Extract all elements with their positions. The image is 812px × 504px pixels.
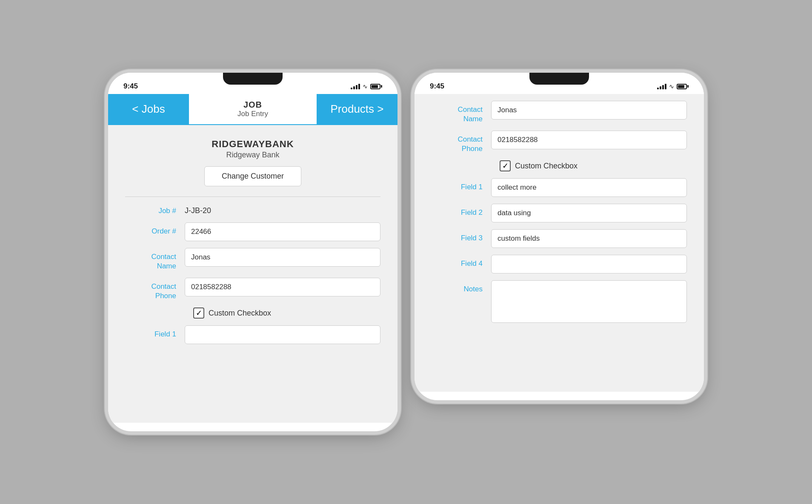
wifi-icon: ∿ <box>363 83 368 90</box>
time-2: 9:45 <box>430 82 444 91</box>
status-icons-1: ∿ <box>351 83 382 90</box>
field3-row: Field 3 <box>432 229 687 248</box>
field1-label-2: Field 1 <box>432 178 491 192</box>
notes-label: Notes <box>432 280 491 294</box>
contact-name-input-1[interactable] <box>185 248 380 267</box>
contact-phone-row-1: ContactPhone <box>125 278 380 301</box>
header-center: JOB Job Entry <box>189 94 317 124</box>
field4-row: Field 4 <box>432 255 687 273</box>
custom-checkbox-2[interactable]: ✓ <box>500 160 511 171</box>
phone-notch-2 <box>525 73 593 85</box>
customer-code: RIDGEWAYBANK <box>125 139 380 150</box>
jobs-back-button[interactable]: < Jobs <box>108 94 189 124</box>
custom-checkbox-row-1: ✓ Custom Checkbox <box>125 308 380 319</box>
field4-input[interactable] <box>491 255 687 273</box>
notes-row: Notes <box>432 280 687 323</box>
notes-textarea[interactable] <box>491 280 687 323</box>
phone-1: 9:45 ∿ <box>108 73 397 431</box>
field3-label: Field 3 <box>432 229 491 243</box>
contact-name-row-2: ContactName <box>432 101 687 124</box>
job-number-value: J-JB-20 <box>185 202 211 215</box>
header-title-bottom: Job Entry <box>237 110 268 118</box>
customer-name: Ridgeway Bank <box>125 151 380 159</box>
custom-checkbox-label-2: Custom Checkbox <box>515 162 578 171</box>
contact-name-row-1: ContactName <box>125 248 380 271</box>
contact-phone-input-1[interactable] <box>185 278 380 296</box>
field1-input-2[interactable] <box>491 178 687 197</box>
contact-phone-label-2: ContactPhone <box>432 131 491 154</box>
header-title-top: JOB <box>243 100 262 110</box>
field1-row-1: Field 1 <box>125 325 380 344</box>
content-2: ContactName ContactPhone ✓ Custom Checkb… <box>415 94 704 392</box>
custom-checkbox-row-2: ✓ Custom Checkbox <box>432 160 687 171</box>
app-header-1: < Jobs JOB Job Entry Products > <box>108 94 397 125</box>
custom-checkbox-1[interactable]: ✓ <box>193 308 204 319</box>
field4-label: Field 4 <box>432 255 491 268</box>
battery-icon-2 <box>677 84 689 89</box>
time-1: 9:45 <box>123 82 138 91</box>
products-forward-button[interactable]: Products > <box>317 94 397 124</box>
signal-icon-2 <box>657 84 666 89</box>
contact-name-label-1: ContactName <box>125 248 185 271</box>
contact-phone-label-1: ContactPhone <box>125 278 185 301</box>
contact-phone-row-2: ContactPhone <box>432 131 687 154</box>
notch-inner <box>223 73 283 85</box>
phone-2: 9:45 ∿ Contac <box>415 73 704 400</box>
contact-phone-input-2[interactable] <box>491 131 687 149</box>
custom-checkbox-label-1: Custom Checkbox <box>209 309 271 318</box>
field1-label-1: Field 1 <box>125 325 185 339</box>
battery-icon <box>370 84 382 89</box>
phone-notch <box>219 73 287 85</box>
divider-1 <box>125 196 380 197</box>
customer-section: RIDGEWAYBANK Ridgeway Bank Change Custom… <box>125 135 380 186</box>
contact-name-label-2: ContactName <box>432 101 491 124</box>
contact-name-input-2[interactable] <box>491 101 687 120</box>
field2-input[interactable] <box>491 204 687 222</box>
job-number-row: Job # J-JB-20 <box>125 202 380 216</box>
signal-icon <box>351 84 360 89</box>
job-number-label: Job # <box>125 202 185 216</box>
order-number-input[interactable] <box>185 222 380 241</box>
field2-label: Field 2 <box>432 204 491 217</box>
order-number-label: Order # <box>125 222 185 236</box>
field1-row-2: Field 1 <box>432 178 687 197</box>
field1-input-1[interactable] <box>185 325 380 344</box>
order-number-row: Order # <box>125 222 380 241</box>
wifi-icon-2: ∿ <box>669 83 674 90</box>
notch-inner-2 <box>529 73 589 85</box>
field3-input[interactable] <box>491 229 687 248</box>
status-icons-2: ∿ <box>657 83 689 90</box>
change-customer-button[interactable]: Change Customer <box>204 166 301 186</box>
content-1: RIDGEWAYBANK Ridgeway Bank Change Custom… <box>108 125 397 423</box>
field2-row: Field 2 <box>432 204 687 222</box>
